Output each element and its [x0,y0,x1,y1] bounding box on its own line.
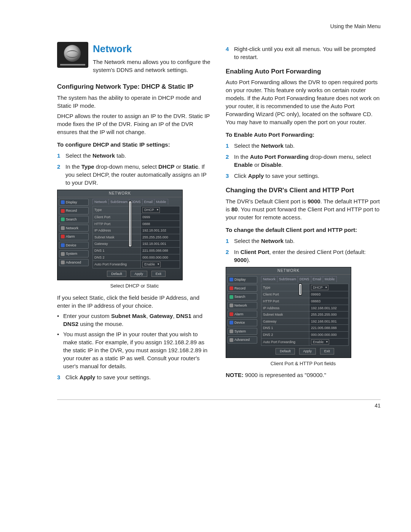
label: Alarm [234,312,244,317]
heading-autoport-steps: To Enable Auto Port Forwarding: [226,131,381,139]
default-button[interactable]: Default [276,348,295,355]
apply-button[interactable]: Apply [131,271,148,277]
ss-side-item[interactable]: Alarm [228,311,257,318]
exit-button[interactable]: Exit [320,348,334,355]
dns2-field[interactable]: 000.000.000.000 [141,254,180,261]
text: to save your settings. [264,173,319,179]
ss-side-item[interactable]: Display [228,276,257,283]
label: Alarm [66,234,75,239]
label: Search [234,294,245,299]
dns2-field[interactable]: 000.000.000.000 [309,331,349,338]
step-number: 2 [226,248,234,264]
bold: 9000 [307,198,320,204]
autoport-dropdown[interactable]: Enable [142,262,161,267]
highlight-box [299,284,301,295]
ss-tab[interactable]: Email [311,276,323,282]
network-globe-icon [57,42,88,68]
ss-tab[interactable]: SubStream [108,199,129,205]
ss-side-item[interactable]: Search [228,293,257,300]
cell: Client Port [93,214,141,220]
http-port-field[interactable]: 0888 [141,220,180,227]
ip-field[interactable]: 192.18.001.102 [141,227,180,234]
text: ). [247,257,250,263]
ss-tab[interactable]: Network [92,199,109,205]
left-column: Network The Network menu allows you to c… [57,42,212,384]
cell: Gateway [93,241,141,248]
default-button[interactable]: Default [107,271,126,277]
list-item: 1 Select the Network tab. [57,152,212,160]
ss-side-item[interactable]: Device [59,242,89,249]
subnet-field[interactable]: 255.255.255.000 [141,234,180,241]
cell: Subnet Mask [261,312,309,318]
text: 9000 is represented as "09000." [244,372,326,378]
bold: Gateway [150,313,173,319]
cell: Client Port [261,291,309,298]
label: Display [66,200,77,205]
type-dropdown[interactable]: DHCP [311,285,328,291]
bold: Client Port [241,249,269,255]
ss-tabs: NetworkSubStreamDDNSEmailMobile [261,276,349,282]
autoport-dropdown[interactable]: Enable [311,339,329,345]
subnet-field[interactable]: 255.255.255.000 [309,312,349,318]
ss-tab[interactable]: Mobile [323,276,337,282]
bold: Network [261,238,284,244]
gateway-field[interactable]: 192.168.001.001 [309,318,349,325]
label: Advanced [234,337,250,342]
cell: HTTP Port [93,220,141,227]
ss-tab[interactable]: DDNS [298,276,311,282]
type-dropdown[interactable]: DHCP [142,207,160,213]
text: , [146,313,149,319]
footer-divider [57,399,381,400]
dns1-field[interactable]: 221.005.088.088 [141,247,180,254]
ss-side-item[interactable]: Advanced [228,336,257,343]
ss-side-item[interactable]: System [228,328,257,335]
cell: Auto Port Forwarding [261,338,309,346]
ss-side-item[interactable]: Record [59,207,89,214]
text: Click [65,374,80,380]
text: . [281,161,283,168]
text: tab. [284,142,295,149]
dns1-field[interactable]: 221.005.088.088 [309,325,349,332]
ss-side-item[interactable]: Display [59,199,89,206]
cell: Type [261,284,309,291]
http-port-field[interactable]: 08883 [309,298,349,305]
bold: Apply [248,173,264,179]
apply-button[interactable]: Apply [299,348,316,355]
two-column-layout: Network The Network menu allows you to c… [57,42,381,384]
client-port-field[interactable]: 0999 [141,214,180,220]
cell: DNS 1 [261,325,309,332]
ss-side-item[interactable]: Network [59,225,89,232]
text: to save your settings. [95,374,151,380]
text: In the [234,153,250,160]
bold: Auto Port Forwarding [250,153,309,160]
label: Network [234,303,247,308]
ss-tab[interactable]: Email [142,199,155,205]
intro-text: The Network menu allows you to configure… [93,58,212,74]
body-text: Auto Port Forwarding allows the DVR to o… [226,78,381,126]
label: Record [234,286,245,291]
ss-tab[interactable]: SubStream [277,276,298,282]
list-item: 1Select the Network tab. [226,237,381,245]
ss-tab[interactable]: Mobile [154,199,168,205]
label: Advanced [66,260,81,265]
ss-side-item[interactable]: Search [59,216,89,223]
client-port-field[interactable]: 09993 [309,291,349,298]
ss-side-item[interactable]: Device [228,319,257,326]
ss-side-item[interactable]: Alarm [59,233,89,240]
text: Select the [65,152,92,159]
gateway-field[interactable]: 192.18.001.001 [141,241,180,248]
exit-button[interactable]: Exit [151,271,166,277]
step-number: 2 [57,163,65,187]
ip-field[interactable]: 192.168.001.102 [309,305,349,312]
bold: Subnet Mask [111,313,147,319]
ss-side-item[interactable]: System [59,250,89,257]
ss-side-item[interactable]: Advanced [59,259,89,266]
text: Select the [234,238,261,244]
label: Search [66,217,77,222]
cell: HTTP Port [261,298,309,305]
bold: NOTE: [226,372,244,378]
cell: IP Address [93,227,141,234]
ss-side-item[interactable]: Network [228,302,257,309]
ss-tab[interactable]: Network [261,276,277,282]
ss-side-item[interactable]: Record [228,285,257,292]
